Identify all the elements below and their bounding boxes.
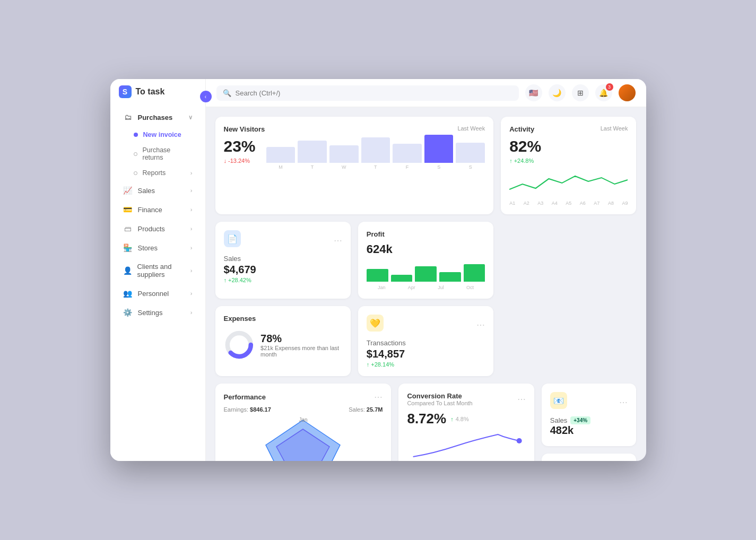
visitors-percent: 23% xyxy=(224,137,256,155)
expenses-card: Expenses 78% $21k Expenses more than las… xyxy=(215,306,351,376)
sidebar-item-products[interactable]: 🗃 Products › xyxy=(115,220,201,238)
conversion-subtitle: Compared To Last Month xyxy=(407,400,472,406)
activity-title: Activity xyxy=(509,125,534,133)
profit-labels: Jan Apr Jul Oct xyxy=(367,285,485,290)
search-wrap[interactable]: 🔍 xyxy=(216,85,519,101)
stores-label: Stores xyxy=(138,244,158,252)
collapse-sidebar-button[interactable]: ‹ xyxy=(200,91,212,102)
earnings-label: Earnings: $846.17 xyxy=(224,406,271,413)
conversion-main: 8.72% ↑ 4.8% xyxy=(407,411,525,427)
activity-header: Activity Last Week xyxy=(509,125,628,133)
activity-change: ↑ +24.8% xyxy=(509,158,628,164)
purchases-icon: 🗂 xyxy=(123,113,133,121)
sidebar-item-new-invoice[interactable]: New invoice xyxy=(115,127,201,142)
personnel-label: Personnel xyxy=(138,290,169,298)
sales-card-icon: 📄 xyxy=(224,230,241,247)
finance-chevron: › xyxy=(190,206,193,213)
finance-label: Finance xyxy=(138,206,162,214)
right-column: 📧 ⋯ Sales +34% 482k Revenue $42,389 ↑ +5… xyxy=(542,384,637,461)
topbar: 🔍 🇺🇸 🌙 ⊞ 🔔 3 xyxy=(206,79,646,107)
visitors-header: New Visitors Last Week xyxy=(224,125,485,133)
conversion-change: ↑ 4.8% xyxy=(450,416,469,422)
sidebar-item-reports[interactable]: Reports › xyxy=(115,166,201,180)
bar-fri-fill xyxy=(393,144,422,163)
conv-trend-arrow: ↑ xyxy=(450,416,454,422)
sales-change: ↑ +28.42% xyxy=(224,277,342,283)
purchases-label: Purchases xyxy=(138,114,173,121)
revenue-icon: 📧 xyxy=(550,392,567,409)
svg-point-4 xyxy=(517,438,522,443)
app-name: To task xyxy=(136,87,165,97)
expenses-donut-info: 78% $21k Expenses more than last month xyxy=(260,333,342,358)
visitors-title: New Visitors xyxy=(224,125,265,133)
bar-mon-fill xyxy=(266,147,296,163)
revenue-more-button[interactable]: ⋯ xyxy=(619,397,628,407)
sales-value: $4,679 xyxy=(224,264,342,276)
sales-more-button[interactable]: ⋯ xyxy=(334,236,342,246)
sidebar-item-finance[interactable]: 💳 Finance › xyxy=(115,201,201,219)
activity-percent: 82% xyxy=(509,137,628,155)
notifications-button[interactable]: 🔔 3 xyxy=(595,84,612,101)
purchase-returns-label: Purchase returns xyxy=(143,146,193,161)
conversion-titles: Conversion Rate Compared To Last Month xyxy=(407,392,472,406)
performance-title: Performance xyxy=(224,393,266,401)
dark-mode-icon[interactable]: 🌙 xyxy=(549,84,566,101)
purchase-returns-dot xyxy=(134,152,137,156)
revenue-header: 📧 ⋯ xyxy=(550,392,628,412)
bar-sun: S xyxy=(456,143,485,170)
topbar-actions: 🇺🇸 🌙 ⊞ 🔔 3 xyxy=(525,84,636,101)
sales-header: 📄 ⋯ xyxy=(224,230,342,250)
logo-icon: S xyxy=(119,85,132,98)
revenue-sales-row: Sales +34% xyxy=(550,416,628,424)
transactions-icon: 💛 xyxy=(367,315,384,332)
avatar[interactable] xyxy=(619,84,636,101)
sidebar-item-purchase-returns[interactable]: Purchase returns xyxy=(115,143,201,165)
main-area: 🔍 🇺🇸 🌙 ⊞ 🔔 3 New Visitors Last Wee xyxy=(206,79,646,461)
performance-more-button[interactable]: ⋯ xyxy=(374,392,383,402)
products-icon: 🗃 xyxy=(123,224,133,233)
sidebar-item-settings[interactable]: ⚙️ Settings › xyxy=(115,303,201,321)
grid-icon[interactable]: ⊞ xyxy=(572,84,589,101)
new-visitors-card: New Visitors Last Week 23% ↓ -13.24% xyxy=(215,117,494,214)
bar-sat: S xyxy=(424,135,454,170)
sales-label: Sales xyxy=(138,187,155,195)
content-area: New Visitors Last Week 23% ↓ -13.24% xyxy=(206,107,646,461)
profit-card: Profit 624k Jan Apr Jul Oct xyxy=(358,222,493,299)
revenue-badge: +34% xyxy=(570,416,590,424)
profit-bar-2 xyxy=(391,275,413,282)
sales-chevron: › xyxy=(190,187,193,194)
performance-chart: Jun Jan Feb xyxy=(224,416,383,461)
expenses-description: $21k Expenses more than last month xyxy=(260,345,342,358)
up-arrow-icon: ↑ xyxy=(509,158,512,164)
new-invoice-dot xyxy=(134,133,138,137)
bar-tue: T xyxy=(298,141,327,170)
profit-value: 624k xyxy=(367,242,485,256)
revenue-sales-value: 482k xyxy=(550,424,628,437)
bar-thu-fill xyxy=(361,137,390,163)
flag-icon[interactable]: 🇺🇸 xyxy=(525,84,542,101)
bar-mon: M xyxy=(266,147,296,170)
perf-label-jan: Jan xyxy=(299,417,307,423)
sidebar-item-stores[interactable]: 🏪 Stores › xyxy=(115,239,201,257)
performance-stats: Earnings: $846.17 Sales: 25.7M xyxy=(224,406,383,413)
reports-label: Reports xyxy=(143,169,166,177)
profit-bar-3 xyxy=(415,266,437,282)
sales-card: 📄 ⋯ Sales $4,679 ↑ +28.42% xyxy=(215,222,351,299)
revenue-card: 📧 ⋯ Sales +34% 482k xyxy=(542,384,637,446)
profit-bar-1 xyxy=(367,269,388,282)
sidebar-item-clients[interactable]: 👤 Clients and suppliers › xyxy=(115,258,201,283)
profit-title: Profit xyxy=(367,230,385,238)
sidebar-item-purchases[interactable]: 🗂 Purchases ∨ xyxy=(115,108,201,126)
sales-label2: Sales xyxy=(550,416,568,424)
search-icon: 🔍 xyxy=(223,89,231,97)
sidebar-item-personnel[interactable]: 👥 Personnel › xyxy=(115,284,201,302)
personnel-icon: 👥 xyxy=(123,289,133,298)
search-input[interactable] xyxy=(236,89,512,97)
purchases-chevron: ∨ xyxy=(188,114,193,121)
profit-bars xyxy=(367,258,485,282)
transactions-more-button[interactable]: ⋯ xyxy=(476,320,485,330)
sales-up-icon: ↑ xyxy=(224,277,227,283)
sidebar-item-sales[interactable]: 📈 Sales › xyxy=(115,181,201,199)
conversion-more-button[interactable]: ⋯ xyxy=(517,394,526,404)
revenue-detail-card: Revenue $42,389 ↑ +52.18% Sales Target 7… xyxy=(542,454,637,461)
